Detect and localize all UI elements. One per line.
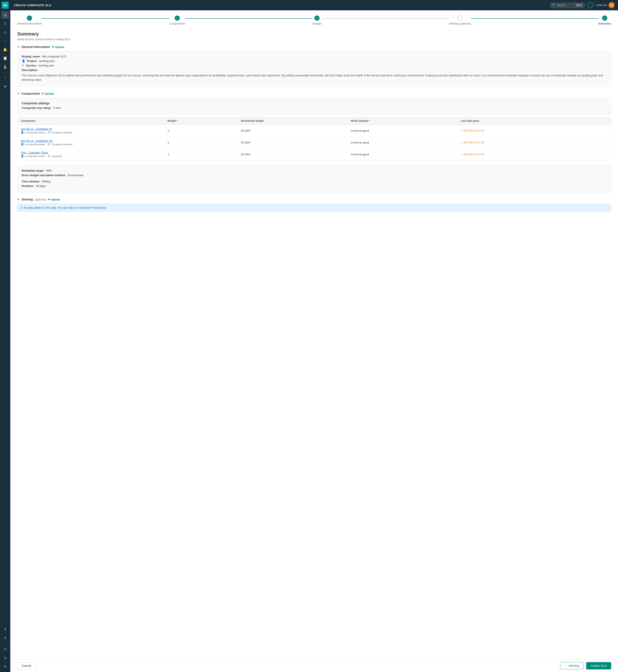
table-row: test 26-11 - maxDelay 1h 👤 a-composite-w… [17, 125, 611, 136]
page-title: CREATE COMPOSITE SLO [14, 4, 51, 7]
link-icon-2: 🔗 [47, 143, 50, 146]
sidebar-item-settings[interactable]: ⚙ [1, 645, 9, 653]
user-info: nobl9-dev TL [596, 2, 615, 8]
composite-max-delay-row: Composite max delay: 1 hour [22, 106, 607, 109]
alerting-update-link[interactable]: ✏ Update [48, 198, 61, 201]
status-check-icon: ✓ [587, 2, 593, 8]
step-indicator-summary: ✓ [602, 15, 607, 21]
sidebar-item-gauge[interactable]: ◎ [1, 28, 9, 36]
step-label-summary[interactable]: Summary [598, 22, 611, 25]
general-information-label: General information [21, 45, 50, 49]
step-label-general[interactable]: General information [17, 22, 42, 25]
sidebar-item-admin[interactable]: ⚙ [1, 663, 9, 670]
component-sub-1: 👤 a-composite-wizard 🔗 Composite objecti… [21, 131, 168, 134]
duration-row: Duration: 28 days [22, 184, 607, 188]
component-subname-1: a-composite-wizard [25, 131, 45, 134]
normalized-3: 33.33% [241, 153, 351, 156]
components-chevron-icon: ▼ [17, 92, 20, 95]
budget-section: Reliability target: 99% Error budget cal… [17, 166, 611, 193]
sidebar-item-flag[interactable]: ⚑ [1, 83, 9, 91]
sidebar-item-alerts[interactable]: 🔔 [1, 45, 9, 53]
composite-badge-1: Composite objective [51, 131, 73, 134]
step-label-budget[interactable]: Budget [313, 22, 321, 25]
search-shortcut: ⌘+K [576, 4, 583, 7]
component-cell-1: test 26-11 - maxDelay 1h 👤 a-composite-w… [21, 127, 168, 134]
connector-3 [321, 18, 449, 19]
alerting-label: Alerting [21, 198, 33, 201]
step-alerting: Alerting (optional) [449, 15, 471, 25]
step-label-alerting[interactable]: Alerting (optional) [449, 22, 471, 25]
components-update-link[interactable]: ✏ Update [41, 92, 54, 95]
sidebar-item-reports[interactable]: 📋 [1, 54, 9, 62]
search-icon: 🔍 [552, 4, 555, 7]
app-logo[interactable]: N9 [2, 2, 9, 9]
cancel-button[interactable]: Cancel [17, 662, 36, 669]
alerting-pencil-icon: ✏ [48, 198, 50, 201]
sidebar-item-integrations[interactable]: ⊕ [1, 654, 9, 662]
alerting-section: ▼ Alerting (optional) ✏ Update ℹ No data… [17, 198, 611, 212]
step-label-components[interactable]: Components [169, 22, 185, 25]
sidebar-item-search[interactable]: ⌕ [1, 37, 9, 45]
reliability-label: Reliability target: [22, 169, 44, 172]
connector-1 [42, 18, 169, 19]
last-data-1: ⚠ No data in last 1d [461, 129, 607, 132]
general-information-update-link[interactable]: ✏ Update [52, 45, 64, 49]
back-arrow-icon: ← [565, 664, 568, 667]
sidebar-item-list[interactable]: ☰ [1, 20, 9, 27]
description-label: Description: [22, 69, 38, 72]
last-data-2: ⚠ No data in last 1d [461, 141, 607, 144]
sidebar-item-badge[interactable]: 🏅 [1, 63, 9, 71]
components-label: Components [21, 92, 40, 95]
navbar: CREATE COMPOSITE SLO 🔍 Search... ⌘+K ✓ n… [10, 0, 618, 10]
search-bar[interactable]: 🔍 Search... ⌘+K [550, 3, 585, 8]
sidebar-item-check[interactable]: ✓ [1, 74, 9, 82]
components-section: ▼ Components ✏ Update Composite settings… [17, 92, 611, 160]
summary-subtitle: Verify all your choices before creating … [17, 38, 611, 41]
project-row: 👤 Project: working-slos [22, 59, 607, 63]
summary-title: Summary [17, 31, 611, 37]
service-row: ⚙ Service: working-slos [22, 64, 607, 67]
table-row: Test - Calendar -Days 👤 a-composite-wiza… [17, 149, 611, 160]
normalized-1: 33.33% [241, 129, 351, 132]
alerting-info-message: ℹ No data added in this step. You can sk… [17, 204, 611, 212]
composite-settings-card: Composite settings Composite max delay: … [17, 98, 611, 114]
step-general-information: ✓ General information [17, 15, 42, 25]
page-content: ✓ General information ✓ Components ✓ Bud… [10, 10, 618, 659]
project-icon: 👤 [22, 59, 25, 63]
sidebar-divider-2 [1, 643, 9, 644]
general-information-header: ▼ General information ✏ Update [17, 45, 611, 49]
error-budget-label: Error budget calculation method: [22, 174, 66, 177]
info-icon: ℹ [21, 206, 22, 209]
component-name-3[interactable]: Test - Calendar -Days [21, 151, 168, 154]
sidebar-item-download[interactable]: ⬇ [1, 634, 9, 642]
alerting-chevron-icon: ▼ [17, 198, 20, 201]
composite-max-delay-label: Composite max delay: [22, 106, 51, 109]
component-name-2[interactable]: test 26-11 - maxDelay 1m [21, 139, 168, 142]
weight-3: 1 [168, 153, 241, 156]
user-icon-3: 👤 [21, 155, 24, 158]
link-icon-3: 🔗 [47, 155, 50, 158]
weight-2: 1 [168, 141, 241, 144]
sidebar-item-home[interactable]: ⊙ [1, 11, 9, 19]
table-header: Component Weight * Normalized weight Whe… [17, 117, 611, 125]
create-slo-button[interactable]: Create SLO [586, 662, 611, 669]
warning-icon-2: ⚠ [461, 141, 463, 144]
sidebar-item-upload[interactable]: ⬆ [1, 625, 9, 633]
component-sub-2: 👤 a-composite-wizard 🔗 Composite objecti… [21, 143, 168, 146]
step-indicator-alerting [457, 15, 462, 21]
budget-card: Reliability target: 99% Error budget cal… [17, 166, 611, 193]
project-label: Project: [27, 59, 37, 63]
component-name-1[interactable]: test 26-11 - maxDelay 1h [21, 127, 168, 130]
search-placeholder: Search... [557, 4, 567, 7]
col-component: Component [21, 119, 168, 122]
components-header: ▼ Components ✏ Update [17, 92, 611, 95]
composite-badge-2: Composite objective [51, 143, 73, 146]
connector-2 [185, 18, 313, 19]
main-content: CREATE COMPOSITE SLO 🔍 Search... ⌘+K ✓ n… [10, 0, 618, 672]
link-icon-1: 🔗 [47, 131, 50, 134]
error-budget-value: Occurrences [68, 174, 83, 177]
back-button[interactable]: ← Alerting [560, 662, 584, 669]
step-indicator-components: ✓ [175, 15, 180, 21]
components-table: Component Weight * Normalized weight Whe… [17, 117, 611, 160]
project-value: working-slos [39, 59, 55, 63]
